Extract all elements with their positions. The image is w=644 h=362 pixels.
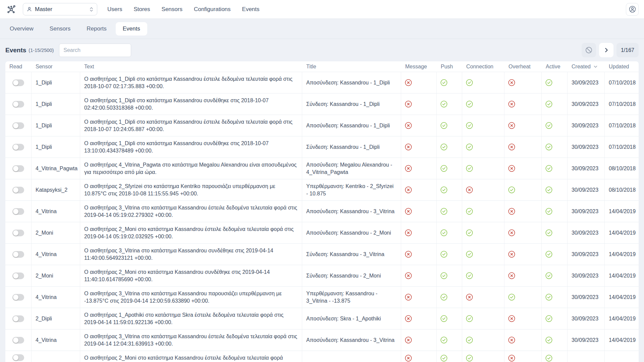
title-cell: Υπερθέρμανση: Kentriko - 2_Sfyrizei - 10… <box>302 179 401 200</box>
event-text: Ο αισθητήρας 4_Vitrina_Pagwta στο κατάστ… <box>84 161 298 175</box>
event-title: Υπερθέρμανση: Kassandrou - 3_Vitrina - -… <box>306 290 397 304</box>
read-toggle[interactable] <box>12 251 24 258</box>
read-toggle[interactable] <box>12 79 24 86</box>
tab-events[interactable]: Events <box>116 22 147 36</box>
nav-link-stores[interactable]: Stores <box>133 6 150 13</box>
events-table: ReadSensorTextTitleMessagePushConnection… <box>5 61 639 362</box>
events-count: (1-15/2500) <box>29 48 54 53</box>
person-icon <box>27 7 32 12</box>
table-row: 4_Vitrina_PagwtaΟ αισθητήρας 4_Vitrina_P… <box>5 158 639 179</box>
tab-sensors[interactable]: Sensors <box>43 22 77 36</box>
connection-cell <box>462 222 504 243</box>
created-cell: 30/09/2023 <box>568 201 605 222</box>
read-toggle[interactable] <box>12 273 24 279</box>
message-cell <box>401 179 437 200</box>
overheat-cell <box>504 351 542 362</box>
read-toggle[interactable] <box>12 165 24 172</box>
text-cell: Ο αισθητήρας 3_Vitrina στο κατάστημα Kas… <box>80 244 302 265</box>
updated-date: 07/10/2018 <box>609 143 636 150</box>
created-date: 30/09/2023 <box>572 337 598 344</box>
toggle-knob <box>13 102 18 107</box>
next-page-button[interactable] <box>599 43 613 57</box>
sensor-name: 2_Moni <box>36 272 53 279</box>
column-header-created[interactable]: Created <box>568 61 605 72</box>
message-status-error-icon <box>405 336 412 344</box>
table-row: 1_DipliΟ αισθητήρας 1_Dipli στο κατάστημ… <box>5 72 639 93</box>
ban-icon <box>585 46 593 54</box>
read-toggle[interactable] <box>12 187 24 193</box>
read-toggle[interactable] <box>12 230 24 236</box>
read-toggle[interactable] <box>12 354 24 361</box>
read-toggle[interactable] <box>12 294 24 301</box>
read-toggle[interactable] <box>12 315 24 322</box>
event-text: Ο αισθητήρας 3_Vitrina στο κατάστημα Kas… <box>84 290 298 304</box>
event-text: Ο αισθητήρας 3_Vitrina στο κατάστημα Kas… <box>84 333 298 347</box>
created-cell: 30/09/2023 <box>568 287 605 308</box>
created-cell: 30/09/2023 <box>568 94 605 115</box>
created-date: 30/09/2023 <box>572 208 598 215</box>
title-cell: Αποσύνδεση: Kassandrou - 2_Moni <box>302 222 401 243</box>
connection-cell <box>462 308 504 329</box>
event-title: Σύνδεση: Kassandrou - 1_Dipli <box>306 101 380 108</box>
event-text: Ο αισθητήρας 1_Dipli στο κατάστημα Kassa… <box>84 140 298 154</box>
created-date: 30/09/2023 <box>572 186 598 193</box>
master-select[interactable]: Master <box>23 3 97 15</box>
overheat-status-error-icon <box>508 250 516 258</box>
sensor-name: 1_Dipli <box>36 122 52 129</box>
nav-link-users[interactable]: Users <box>107 6 122 13</box>
title-cell: Σύνδεση: Kassandrou - 1_Dipli <box>302 94 401 115</box>
table-row: 2_MoniΟ αισθητήρας 2_Moni στο κατάστημα … <box>5 222 639 243</box>
toggle-knob <box>13 144 18 150</box>
overheat-status-error-icon <box>508 143 516 151</box>
clear-filter-button[interactable] <box>582 43 596 57</box>
event-title: Υπερθέρμανση: Kentriko - 2_Sfyrizei - 10… <box>306 183 397 197</box>
created-cell: 30/09/2023 <box>568 72 605 93</box>
active-status-ok-icon <box>545 229 553 237</box>
push-cell <box>437 94 462 115</box>
updated-date: 14/04/2019 <box>609 337 636 344</box>
connection-status-ok-icon <box>466 165 473 172</box>
overheat-status-error-icon <box>508 207 516 215</box>
sensor-cell: 2_Moni <box>32 222 80 243</box>
connection-status-ok-icon <box>466 354 473 362</box>
column-header-label: Sensor <box>36 64 53 70</box>
event-title: Αποσύνδεση: Skra - 1_Apothiki <box>306 315 381 322</box>
active-cell <box>542 265 568 286</box>
nav-link-events[interactable]: Events <box>242 6 260 13</box>
read-toggle[interactable] <box>12 122 24 129</box>
connection-status-ok-icon <box>466 336 473 344</box>
push-cell <box>437 201 462 222</box>
account-circle-icon <box>629 5 636 13</box>
table-row: 1_DipliΟ αισθητήρας 1_Dipli στο κατάστημ… <box>5 93 639 115</box>
account-button[interactable] <box>626 3 639 16</box>
read-toggle[interactable] <box>12 101 24 108</box>
toggle-knob <box>13 187 18 193</box>
overheat-cell <box>504 308 542 329</box>
created-cell: 30/09/2023 <box>568 244 605 265</box>
event-text: Ο αισθητήρας 2_Moni στο κατάστημα Kassan… <box>84 354 283 361</box>
created-cell: 30/09/2023 <box>568 179 605 200</box>
tab-reports[interactable]: Reports <box>79 22 114 36</box>
created-date: 30/09/2023 <box>572 315 598 322</box>
table-row: 4_VitrinaΟ αισθητήρας 3_Vitrina στο κατά… <box>5 200 639 222</box>
overheat-cell <box>504 115 542 136</box>
updated-date: 07/10/2018 <box>609 101 636 108</box>
sensor-cell: 4_Vitrina <box>32 201 80 222</box>
updated-date: 14/04/2019 <box>609 315 636 322</box>
search-input[interactable] <box>59 44 131 57</box>
page-indicator: 1/167 <box>616 43 639 57</box>
active-status-ok-icon <box>545 122 553 129</box>
read-toggle[interactable] <box>12 208 24 215</box>
tab-overview[interactable]: Overview <box>3 22 41 36</box>
toggle-knob <box>13 123 18 128</box>
sensor-name: 4_Vitrina <box>36 208 57 215</box>
column-header-label: Text <box>84 64 94 70</box>
nav-link-sensors[interactable]: Sensors <box>162 6 182 13</box>
nav-link-configurations[interactable]: Configurations <box>194 6 231 13</box>
top-navigation-bar: Master UsersStoresSensorsConfigurationsE… <box>0 0 644 19</box>
text-cell: Ο αισθητήρας 1_Dipli στο κατάστημα Kassa… <box>80 94 302 115</box>
read-toggle[interactable] <box>12 144 24 150</box>
read-toggle[interactable] <box>12 337 24 344</box>
push-status-ok-icon <box>440 165 448 172</box>
message-status-error-icon <box>405 165 412 172</box>
